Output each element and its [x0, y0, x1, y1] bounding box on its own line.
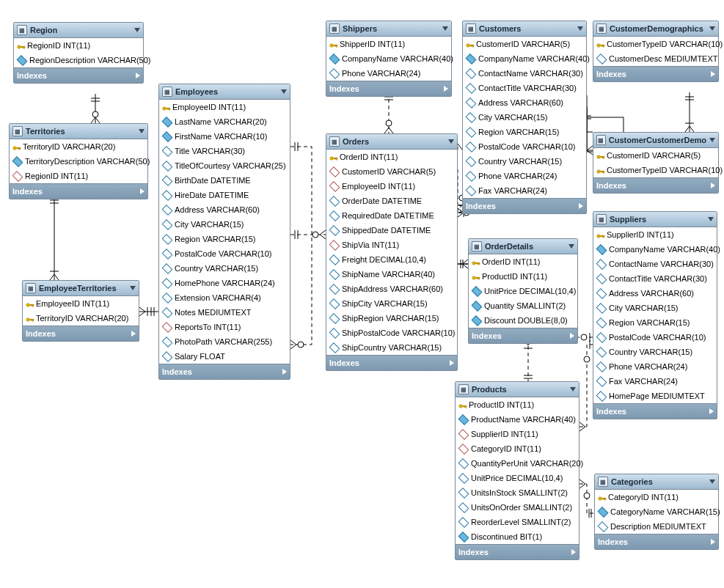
chevron-down-icon[interactable] — [139, 129, 145, 133]
column-row[interactable]: TitleOfCourtesy VARCHAR(25) — [159, 158, 290, 173]
column-row[interactable]: ReorderLevel SMALLINT(2) — [456, 515, 579, 529]
column-row[interactable]: Region VARCHAR(15) — [159, 232, 290, 246]
chevron-down-icon[interactable] — [134, 28, 140, 32]
indexes-section[interactable]: Indexes — [593, 177, 718, 193]
chevron-down-icon[interactable] — [281, 89, 287, 94]
chevron-right-icon[interactable] — [571, 549, 576, 555]
column-row[interactable]: ReportsTo INT(11) — [159, 320, 290, 334]
column-row[interactable]: OrderID INT(11) — [326, 150, 457, 164]
indexes-section[interactable]: Indexes — [14, 67, 143, 83]
column-row[interactable]: SupplierID INT(11) — [456, 427, 579, 441]
table-header[interactable]: ▦Categories — [595, 474, 718, 490]
chevron-right-icon[interactable] — [711, 183, 715, 188]
column-row[interactable]: City VARCHAR(15) — [463, 110, 586, 125]
column-row[interactable]: HomePhone VARCHAR(24) — [159, 276, 290, 290]
column-row[interactable]: CustomerID VARCHAR(5) — [593, 148, 718, 163]
table-suppliers[interactable]: ▦SuppliersSupplierID INT(11)CompanyName … — [593, 211, 717, 419]
chevron-down-icon[interactable] — [709, 479, 715, 484]
column-row[interactable]: Address VARCHAR(60) — [463, 95, 586, 110]
column-row[interactable]: City VARCHAR(15) — [159, 217, 290, 232]
column-row[interactable]: ContactTitle VARCHAR(30) — [593, 271, 717, 286]
indexes-section[interactable]: Indexes — [595, 534, 718, 549]
column-row[interactable]: RegionID INT(11) — [10, 169, 147, 183]
table-customercustomerdemo[interactable]: ▦CustomerCustomerDemoCustomerID VARCHAR(… — [593, 132, 719, 194]
indexes-section[interactable]: Indexes — [593, 66, 718, 81]
column-row[interactable]: ShipperID INT(11) — [326, 37, 451, 51]
chevron-down-icon[interactable] — [570, 387, 576, 392]
column-row[interactable]: HomePage MEDIUMTEXT — [593, 389, 717, 403]
table-orderdetails[interactable]: ▦OrderDetailsOrderID INT(11)ProductID IN… — [468, 238, 578, 344]
column-row[interactable]: Region VARCHAR(15) — [463, 125, 586, 139]
column-row[interactable]: Region VARCHAR(15) — [593, 315, 717, 330]
table-header[interactable]: ▦EmployeeTerritories — [23, 281, 139, 296]
column-row[interactable]: Fax VARCHAR(24) — [593, 374, 717, 389]
column-row[interactable]: FirstName VARCHAR(10) — [159, 129, 290, 144]
chevron-down-icon[interactable] — [709, 26, 715, 31]
column-row[interactable]: ProductID INT(11) — [456, 397, 579, 412]
column-row[interactable]: UnitPrice DECIMAL(10,4) — [469, 284, 577, 298]
column-row[interactable]: Fax VARCHAR(24) — [463, 183, 586, 198]
column-row[interactable]: CategoryName VARCHAR(15) — [595, 504, 718, 519]
column-row[interactable]: HireDate DATETIME — [159, 188, 290, 202]
column-row[interactable]: CustomerID VARCHAR(5) — [326, 164, 457, 179]
indexes-section[interactable]: Indexes — [159, 364, 290, 379]
column-row[interactable]: PostalCode VARCHAR(10) — [159, 246, 290, 261]
table-header[interactable]: ▦Region — [14, 23, 143, 38]
indexes-section[interactable]: Indexes — [23, 326, 139, 341]
table-header[interactable]: ▦Customers — [463, 21, 586, 37]
chevron-right-icon[interactable] — [570, 333, 574, 339]
chevron-right-icon[interactable] — [140, 188, 145, 194]
column-row[interactable]: EmployeeID INT(11) — [23, 296, 139, 311]
column-row[interactable]: PostalCode VARCHAR(10) — [463, 139, 586, 154]
column-row[interactable]: CustomerDesc MEDIUMTEXT — [593, 51, 718, 66]
column-row[interactable]: EmployeeID INT(11) — [159, 100, 290, 114]
column-row[interactable]: SupplierID INT(11) — [593, 227, 717, 242]
table-shippers[interactable]: ▦ShippersShipperID INT(11)CompanyName VA… — [326, 21, 452, 97]
chevron-down-icon[interactable] — [568, 244, 574, 249]
column-row[interactable]: ContactName VARCHAR(30) — [593, 257, 717, 271]
column-row[interactable]: Country VARCHAR(15) — [159, 261, 290, 276]
column-row[interactable]: QuantityPerUnit VARCHAR(20) — [456, 456, 579, 471]
indexes-section[interactable]: Indexes — [463, 198, 586, 213]
table-customers[interactable]: ▦CustomersCustomerID VARCHAR(5)CompanyNa… — [462, 21, 587, 214]
column-row[interactable]: Title VARCHAR(30) — [159, 144, 290, 158]
chevron-right-icon[interactable] — [579, 203, 583, 209]
column-row[interactable]: OrderID INT(11) — [469, 254, 577, 269]
column-row[interactable]: Phone VARCHAR(24) — [463, 169, 586, 183]
column-row[interactable]: Country VARCHAR(15) — [463, 154, 586, 169]
column-row[interactable]: CompanyName VARCHAR(40) — [593, 242, 717, 257]
table-region[interactable]: ▦RegionRegionID INT(11)RegionDescription… — [13, 22, 144, 84]
column-row[interactable]: Quantity SMALLINT(2) — [469, 298, 577, 313]
column-row[interactable]: ShipName VARCHAR(40) — [326, 267, 457, 282]
column-row[interactable]: UnitsOnOrder SMALLINT(2) — [456, 500, 579, 515]
column-row[interactable]: Discontinued BIT(1) — [456, 529, 579, 544]
column-row[interactable]: City VARCHAR(15) — [593, 301, 717, 315]
indexes-section[interactable]: Indexes — [326, 355, 457, 370]
table-categories[interactable]: ▦CategoriesCategoryID INT(11)CategoryNam… — [594, 474, 719, 550]
table-employees[interactable]: ▦EmployeesEmployeeID INT(11)LastName VAR… — [158, 84, 290, 380]
chevron-down-icon[interactable] — [448, 139, 454, 144]
column-row[interactable]: ShipCountry VARCHAR(15) — [326, 340, 457, 355]
column-row[interactable]: TerritoryDescription VARCHAR(50) — [10, 154, 147, 169]
column-row[interactable]: Discount DOUBLE(8,0) — [469, 313, 577, 328]
chevron-down-icon[interactable] — [709, 138, 715, 142]
table-header[interactable]: ▦Employees — [159, 84, 290, 100]
column-row[interactable]: CategoryID INT(11) — [595, 490, 718, 504]
table-territories[interactable]: ▦TerritoriesTerritoryID VARCHAR(20)Terri… — [9, 123, 148, 199]
column-row[interactable]: CustomerTypeID VARCHAR(10) — [593, 37, 718, 51]
column-row[interactable]: TerritoryID VARCHAR(20) — [23, 311, 139, 326]
chevron-down-icon[interactable] — [708, 217, 714, 221]
column-row[interactable]: Extension VARCHAR(4) — [159, 290, 290, 305]
column-row[interactable]: ContactTitle VARCHAR(30) — [463, 81, 586, 95]
indexes-section[interactable]: Indexes — [10, 183, 147, 199]
chevron-right-icon[interactable] — [282, 369, 287, 375]
column-row[interactable]: BirthDate DATETIME — [159, 173, 290, 188]
chevron-right-icon[interactable] — [131, 331, 136, 337]
table-customerdemographics[interactable]: ▦CustomerDemographicsCustomerTypeID VARC… — [593, 21, 719, 82]
column-row[interactable]: ShippedDate DATETIME — [326, 223, 457, 238]
table-header[interactable]: ▦OrderDetails — [469, 239, 577, 254]
column-row[interactable]: Phone VARCHAR(24) — [326, 66, 451, 81]
column-row[interactable]: CompanyName VARCHAR(40) — [326, 51, 451, 66]
column-row[interactable]: PhotoPath VARCHAR(255) — [159, 334, 290, 349]
column-row[interactable]: Address VARCHAR(60) — [159, 202, 290, 217]
